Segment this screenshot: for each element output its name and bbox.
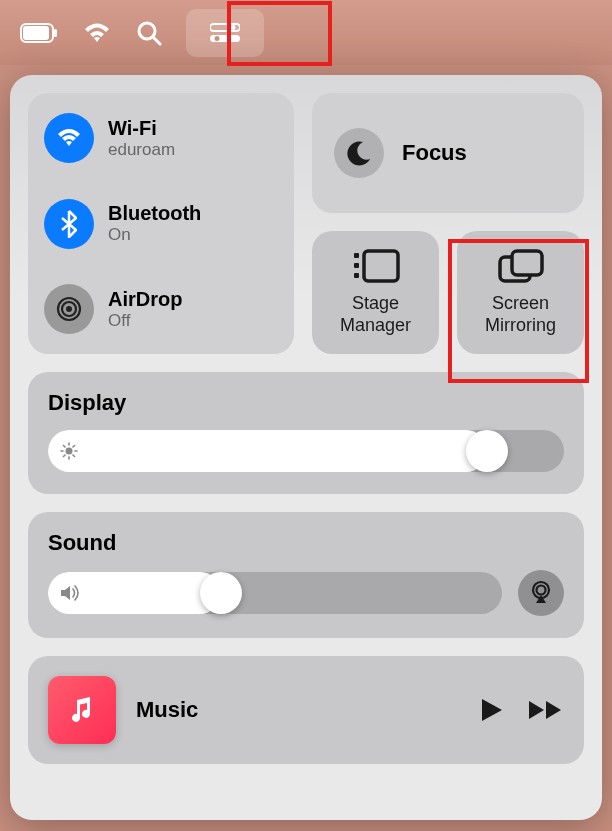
- sound-card: Sound: [28, 512, 584, 638]
- svg-line-25: [64, 455, 66, 457]
- bluetooth-status: On: [108, 225, 201, 245]
- bluetooth-icon: [44, 199, 94, 249]
- screen-mirroring-label: Screen Mirroring: [485, 293, 556, 336]
- svg-point-8: [215, 36, 220, 41]
- svg-rect-1: [23, 26, 49, 40]
- airdrop-toggle[interactable]: AirDrop Off: [44, 284, 278, 334]
- display-label: Display: [48, 390, 564, 416]
- screen-mirroring-icon: [498, 249, 544, 285]
- focus-label: Focus: [402, 140, 467, 166]
- focus-tile[interactable]: Focus: [312, 93, 584, 213]
- svg-line-4: [153, 37, 160, 44]
- volume-icon: [60, 584, 82, 602]
- svg-rect-15: [364, 251, 398, 281]
- airplay-icon: [528, 580, 554, 606]
- wifi-icon: [44, 113, 94, 163]
- bluetooth-title: Bluetooth: [108, 202, 201, 225]
- svg-line-26: [73, 446, 75, 448]
- wifi-toggle[interactable]: Wi-Fi eduroam: [44, 113, 278, 163]
- display-card: Display: [28, 372, 584, 494]
- svg-point-6: [231, 25, 236, 30]
- music-artwork: [48, 676, 116, 744]
- brightness-icon: [60, 442, 78, 460]
- airdrop-title: AirDrop: [108, 288, 182, 311]
- control-center-panel: Wi-Fi eduroam Bluetooth On AirDrop: [10, 75, 602, 820]
- sound-label: Sound: [48, 530, 564, 556]
- display-slider[interactable]: [48, 430, 564, 472]
- svg-rect-13: [354, 263, 359, 268]
- wifi-title: Wi-Fi: [108, 117, 175, 140]
- connectivity-card: Wi-Fi eduroam Bluetooth On AirDrop: [28, 93, 294, 354]
- stage-manager-icon: [352, 249, 400, 285]
- svg-rect-12: [354, 253, 359, 258]
- bluetooth-toggle[interactable]: Bluetooth On: [44, 199, 278, 249]
- stage-manager-label: Stage Manager: [340, 293, 411, 336]
- svg-rect-2: [54, 29, 57, 37]
- svg-point-18: [66, 448, 73, 455]
- svg-rect-17: [512, 251, 542, 275]
- svg-line-24: [73, 455, 75, 457]
- music-title: Music: [136, 697, 460, 723]
- wifi-status: eduroam: [108, 140, 175, 160]
- menubar: [0, 0, 612, 65]
- airplay-audio-button[interactable]: [518, 570, 564, 616]
- next-button[interactable]: [528, 699, 564, 721]
- svg-rect-14: [354, 273, 359, 278]
- wifi-icon[interactable]: [82, 22, 112, 44]
- stage-manager-tile[interactable]: Stage Manager: [312, 231, 439, 354]
- battery-icon[interactable]: [20, 23, 58, 43]
- svg-point-11: [66, 306, 72, 312]
- sound-slider[interactable]: [48, 572, 502, 614]
- svg-line-23: [64, 446, 66, 448]
- search-icon[interactable]: [136, 20, 162, 46]
- svg-point-28: [537, 586, 546, 595]
- screen-mirroring-tile[interactable]: Screen Mirroring: [457, 231, 584, 354]
- play-button[interactable]: [480, 697, 504, 723]
- control-center-icon[interactable]: [186, 9, 264, 57]
- airdrop-icon: [44, 284, 94, 334]
- airdrop-status: Off: [108, 311, 182, 331]
- moon-icon: [334, 128, 384, 178]
- music-card[interactable]: Music: [28, 656, 584, 764]
